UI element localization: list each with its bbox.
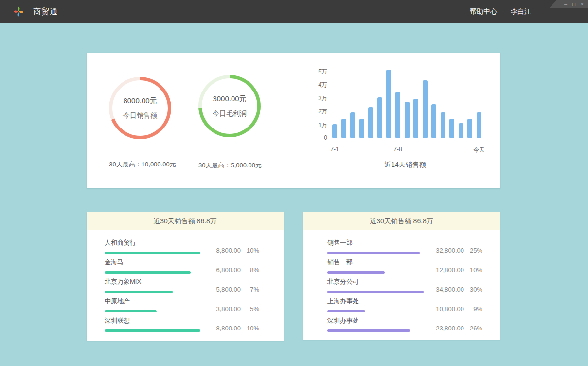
- minimize-icon[interactable]: —: [564, 2, 567, 7]
- x-tick-7-8: 7-8: [393, 146, 402, 153]
- close-icon[interactable]: ×: [581, 2, 584, 7]
- bar-day-9: [405, 102, 410, 138]
- customer-percent: 5%: [241, 305, 259, 312]
- department-main: 销售一部: [327, 238, 429, 257]
- customer-values: 8,800.0010%: [206, 238, 259, 257]
- department-bar: [327, 291, 424, 293]
- app-logo-pinwheel-icon: [12, 5, 25, 18]
- today-profit-donut-text: 3000.00元 今日毛利润: [198, 75, 261, 137]
- today-profit-label: 今日毛利润: [213, 110, 247, 118]
- department-name: 销售二部: [327, 257, 429, 267]
- customer-percent: 8%: [241, 266, 259, 274]
- bar-day-5: [368, 107, 373, 138]
- customer-row-4: 中原地产3,800.005%: [105, 296, 259, 315]
- department-row-3: 北京分公司34,800.0030%: [327, 276, 482, 296]
- department-row-5: 深圳办事处23,800.0026%: [327, 315, 482, 335]
- department-row-4: 上海办事处10,800.009%: [327, 296, 482, 315]
- customer-values: 5,800.007%: [206, 276, 259, 296]
- customer-percent: 7%: [241, 286, 259, 293]
- department-values: 23,800.0026%: [429, 315, 482, 335]
- window-controls: — □ ×: [549, 0, 588, 8]
- today-profit-30d-max: 30天最高：5,000.00元: [196, 161, 264, 170]
- department-main: 深圳办事处: [327, 315, 429, 335]
- department-bar: [327, 310, 365, 312]
- bar-day-6: [377, 97, 382, 138]
- customer-percent: 10%: [241, 247, 259, 254]
- customer-row-3: 北京万象MIX5,800.007%: [105, 276, 259, 296]
- customer-bar: [105, 291, 173, 293]
- sales-14d-bar-chart: 01万2万3万4万5万 7-17-8今天 近14天销售额: [313, 63, 488, 175]
- today-sales-donut-chart: 8000.00元 今日销售额: [109, 77, 171, 139]
- y-tick-1万: 1万: [313, 121, 327, 129]
- bar-day-15: [459, 123, 463, 138]
- help-center-link[interactable]: 帮助中心: [470, 7, 497, 16]
- department-values: 12,800.0010%: [429, 257, 482, 276]
- customer-ranking-list: 人和商贸行8,800.0010%金海马6,800.008%北京万象MIX5,80…: [87, 230, 284, 335]
- department-values: 10,800.009%: [429, 296, 482, 315]
- department-percent: 26%: [464, 325, 482, 332]
- bar-day-1: [332, 124, 337, 138]
- y-tick-0: 0: [313, 134, 327, 141]
- customer-values: 6,800.008%: [206, 257, 259, 276]
- customer-amount: 8,800.00: [206, 325, 241, 332]
- department-bar: [327, 252, 420, 254]
- department-bar: [327, 329, 410, 332]
- bar-day-4: [359, 119, 364, 138]
- bar-day-14: [449, 119, 454, 138]
- department-row-1: 销售一部32,800.0025%: [327, 238, 482, 257]
- department-main: 销售二部: [327, 257, 429, 276]
- customer-name: 北京万象MIX: [105, 276, 206, 286]
- customer-values: 8,800.0010%: [206, 315, 259, 335]
- customer-main: 北京万象MIX: [105, 276, 206, 296]
- customer-amount: 3,800.00: [206, 305, 241, 312]
- today-sales-donut-text: 8000.00元 今日销售额: [109, 77, 171, 139]
- customer-row-2: 金海马6,800.008%: [105, 257, 259, 276]
- department-name: 深圳办事处: [327, 315, 429, 325]
- titlebar: 商贸通 帮助中心 李白江 — □ ×: [0, 0, 588, 23]
- department-bar: [327, 271, 385, 274]
- today-sales-30d-max: 30天最高：10,000.00元: [91, 160, 194, 169]
- y-tick-5万: 5万: [313, 68, 327, 76]
- customer-sales-ranking-panel: 近30天销售额 86.8万 人和商贸行8,800.0010%金海马6,800.0…: [87, 212, 284, 341]
- customer-percent: 10%: [241, 325, 259, 332]
- department-values: 34,800.0030%: [429, 276, 482, 296]
- x-tick-今天: 今天: [473, 146, 485, 154]
- app-title: 商贸通: [33, 7, 58, 17]
- department-percent: 25%: [464, 247, 482, 254]
- customer-amount: 8,800.00: [206, 247, 241, 254]
- department-name: 上海办事处: [327, 296, 429, 306]
- customer-row-5: 深圳联想8,800.0010%: [105, 315, 259, 335]
- x-tick-7-1: 7-1: [330, 146, 339, 153]
- department-percent: 10%: [464, 266, 482, 274]
- customer-main: 深圳联想: [105, 315, 206, 335]
- bar-day-16: [467, 119, 472, 138]
- summary-card: 8000.00元 今日销售额 30天最高：10,000.00元 3000.00元…: [87, 53, 500, 188]
- department-sales-ranking-panel: 近30天销售额 86.8万 销售一部32,800.0025%销售二部12,800…: [303, 212, 500, 340]
- bar-day-8: [395, 92, 400, 138]
- department-name: 北京分公司: [327, 276, 429, 286]
- bar-day-3: [350, 112, 355, 138]
- customer-row-1: 人和商贸行8,800.0010%: [105, 238, 259, 257]
- department-panel-header: 近30天销售额 86.8万: [303, 212, 500, 230]
- customer-bar: [105, 310, 157, 312]
- department-amount: 10,800.00: [429, 305, 464, 312]
- y-tick-3万: 3万: [313, 94, 327, 103]
- bar-day-2: [341, 119, 346, 138]
- bar-plot-area: [332, 67, 481, 138]
- customer-bar: [105, 252, 200, 254]
- department-row-2: 销售二部12,800.0010%: [327, 257, 482, 276]
- customer-name: 中原地产: [105, 296, 206, 306]
- customer-main: 中原地产: [105, 296, 206, 315]
- department-ranking-list: 销售一部32,800.0025%销售二部12,800.0010%北京分公司34,…: [303, 230, 500, 335]
- titlebar-menu: 帮助中心 李白江: [470, 0, 531, 23]
- user-menu[interactable]: 李白江: [511, 7, 531, 16]
- customer-main: 金海马: [105, 257, 206, 276]
- bar-chart-title: 近14天销售额: [322, 161, 488, 169]
- maximize-icon[interactable]: □: [572, 2, 575, 7]
- customer-main: 人和商贸行: [105, 238, 206, 257]
- department-percent: 9%: [464, 305, 482, 312]
- customer-name: 人和商贸行: [105, 238, 206, 247]
- customer-values: 3,800.005%: [206, 296, 259, 315]
- bar-day-13: [441, 112, 445, 138]
- department-percent: 30%: [464, 286, 482, 293]
